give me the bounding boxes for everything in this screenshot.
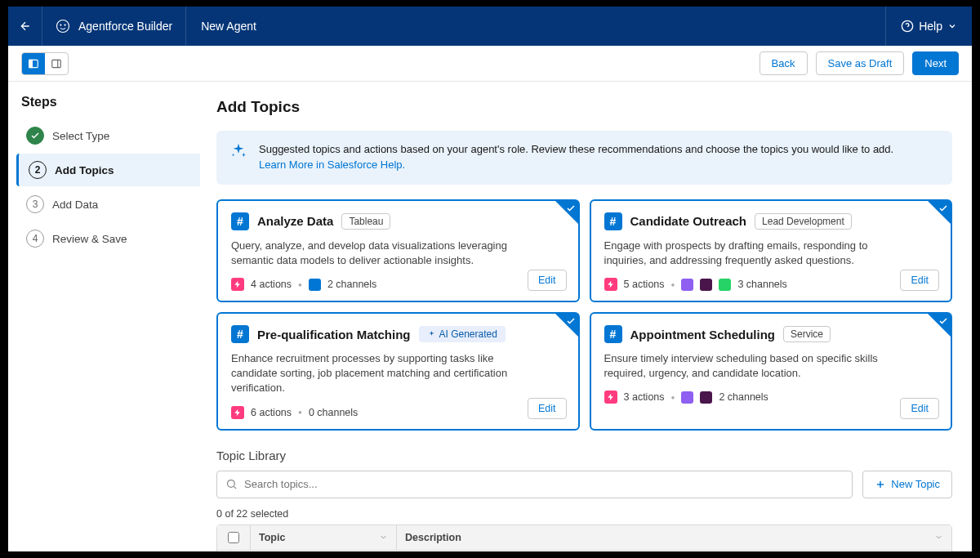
robot-icon [56,19,70,33]
edit-button[interactable]: Edit [528,398,567,419]
selected-corner [555,201,578,224]
view-toggle[interactable] [21,52,69,75]
page-title: Add Topics [216,98,952,116]
back-button[interactable]: Back [760,51,808,75]
selection-count: 0 of 22 selected [216,508,952,520]
topic-tag: Service [783,326,831,342]
step-badge: 2 [29,161,47,179]
topic-card[interactable]: #Analyze DataTableauQuery, analyze, and … [216,199,580,302]
save-draft-button[interactable]: Save as Draft [816,51,905,75]
topic-card[interactable]: #Candidate OutreachLead DevelopmentEngag… [590,199,953,302]
step-0[interactable]: Select Type [16,119,200,152]
step-label: Select Type [52,130,109,142]
svg-rect-7 [29,60,33,67]
banner-link[interactable]: Learn More in Salesforce Help. [259,158,405,171]
card-description: Ensure timely interview scheduling based… [604,351,890,381]
step-badge: 3 [26,195,44,213]
search-input[interactable] [238,478,844,490]
card-description: Engage with prospects by drafting emails… [604,239,890,268]
page-label: New Agent [186,20,271,33]
card-title: Analyze Data [257,214,333,228]
svg-point-2 [65,24,66,25]
topic-header[interactable]: Topic [250,525,397,550]
sparkle-icon [229,142,247,160]
channels-count: 0 channels [309,407,358,418]
card-description: Query, analyze, and develop data visuali… [231,239,517,268]
channel-icon [700,279,712,291]
hash-icon: # [231,325,249,343]
suggestion-banner: Suggested topics and actions based on yo… [216,131,952,185]
step-badge [26,127,44,145]
actions-count: 5 actions [624,279,665,290]
check-icon [566,203,576,213]
builder-brand: Agentforce Builder [42,7,186,46]
chevron-down-icon [947,21,957,31]
svg-line-11 [234,487,236,489]
description-header[interactable]: Description [397,525,951,550]
selected-corner [555,314,578,337]
hash-icon: # [604,212,622,230]
channels-count: 2 channels [327,279,376,290]
edit-button[interactable]: Edit [900,270,939,291]
step-badge: 4 [26,230,44,248]
panel-left-toggle[interactable] [22,53,45,74]
chevron-down-icon [379,533,388,542]
actions-count: 6 actions [251,407,292,418]
channel-icon [700,391,712,404]
banner-text: Suggested topics and actions based on yo… [259,143,893,155]
card-description: Enhance recruitment processes by support… [231,351,517,396]
bolt-icon [231,406,244,419]
hash-icon: # [231,212,249,230]
help-menu[interactable]: Help [885,7,972,46]
main-content: Add Topics Suggested topics and actions … [200,82,972,551]
toolbar: Back Save as Draft Next [8,46,972,82]
channels-count: 3 channels [737,279,786,290]
step-1[interactable]: 2Add Topics [16,154,200,186]
step-3[interactable]: 4Review & Save [16,222,200,255]
topic-table: Topic Description Skill Gap AnalysisIden… [216,525,952,551]
steps-title: Steps [16,95,200,109]
new-topic-button[interactable]: New Topic [862,471,952,498]
check-icon [566,316,576,326]
channel-icon [681,279,693,291]
row-description: Identifies gaps in applicants' skills co… [397,551,951,551]
check-icon [938,316,948,326]
builder-name: Agentforce Builder [78,20,172,33]
step-label: Review & Save [52,233,127,245]
edit-button[interactable]: Edit [528,270,567,291]
step-2[interactable]: 3Add Data [16,188,200,221]
topic-tag: Lead Development [755,213,852,230]
topic-card[interactable]: #Pre-qualification MatchingAI GeneratedE… [216,312,580,431]
help-label: Help [919,20,942,33]
card-title: Pre-qualification Matching [257,328,411,341]
channels-count: 2 channels [719,391,768,403]
topic-card[interactable]: #Appointment SchedulingServiceEnsure tim… [590,312,953,431]
ai-generated-tag: AI Generated [419,326,506,342]
select-all-checkbox[interactable] [228,532,239,543]
svg-point-10 [228,480,235,488]
bolt-icon [231,278,244,291]
top-nav: Agentforce Builder New Agent Help [8,7,972,46]
card-title: Candidate Outreach [630,214,747,228]
check-icon [938,203,948,213]
actions-count: 3 actions [624,391,665,403]
channel-icon [681,391,693,404]
back-arrow-button[interactable] [8,7,42,46]
search-icon [225,478,238,490]
edit-button[interactable]: Edit [900,398,939,419]
plus-icon [875,479,886,490]
sparkle-icon [427,330,436,339]
selected-corner [928,201,951,224]
table-row: Skill Gap AnalysisIdentifies gaps in app… [217,551,951,551]
chevron-down-icon [934,533,943,542]
channel-icon [309,279,321,291]
step-label: Add Topics [55,164,114,176]
channel-icon [719,279,731,291]
search-topics[interactable] [216,471,853,498]
panel-right-toggle[interactable] [45,53,68,74]
library-title: Topic Library [216,449,952,462]
actions-count: 4 actions [251,279,292,290]
next-button[interactable]: Next [912,51,959,75]
card-title: Appointment Scheduling [630,328,776,341]
topic-tag: Tableau [341,213,390,230]
